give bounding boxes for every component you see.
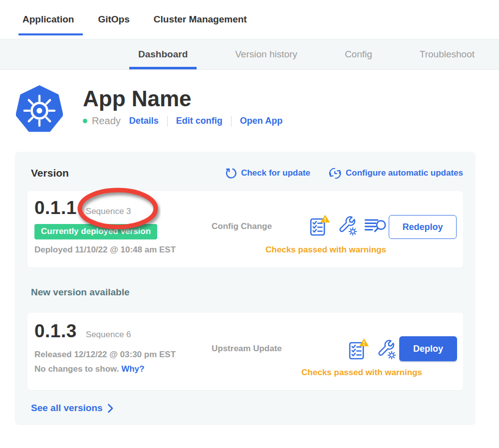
- why-link[interactable]: Why?: [121, 364, 144, 374]
- primary-nav-item-cluster-management[interactable]: Cluster Management: [154, 0, 247, 39]
- primary-nav-item-application[interactable]: Application: [22, 0, 74, 39]
- view-diff-icon[interactable]: [364, 218, 387, 233]
- tab-dashboard[interactable]: Dashboard: [138, 39, 188, 69]
- status-dot-icon: [83, 119, 87, 123]
- refresh-icon: [225, 167, 237, 180]
- no-changes-text: No changes to show.: [34, 364, 119, 374]
- current-version-sequence: Sequence 3: [86, 207, 131, 217]
- tab-version-history[interactable]: Version history: [235, 39, 297, 69]
- tab-config[interactable]: Config: [345, 39, 372, 69]
- version-panel-title: Version: [31, 167, 69, 179]
- app-status-label: Ready: [92, 115, 121, 127]
- primary-nav: Application GitOps Cluster Management: [0, 0, 499, 39]
- current-version-number: 0.1.1: [34, 198, 77, 219]
- preflight-checks-icon[interactable]: [348, 338, 370, 361]
- details-link[interactable]: Details: [129, 116, 159, 126]
- released-timestamp: Released 12/12/22 @ 03:30 pm EST: [34, 350, 176, 360]
- no-changes-note: No changes to show. Why?: [34, 364, 176, 374]
- divider: [231, 116, 232, 127]
- divider: [167, 116, 168, 127]
- open-app-link[interactable]: Open App: [240, 116, 282, 126]
- config-wrench-gear-icon[interactable]: [338, 216, 357, 235]
- preflight-checks-icon[interactable]: [309, 214, 331, 237]
- currently-deployed-badge: Currently deployed version: [34, 224, 157, 239]
- available-version-source: Upstream Update: [212, 344, 282, 354]
- available-version-number: 0.1.3: [34, 321, 77, 342]
- deploy-button[interactable]: Deploy: [399, 336, 457, 361]
- version-panel: Version Check for update: [15, 152, 476, 425]
- available-version-card: 0.1.3 Sequence 6 Released 12/12/22 @ 03:…: [27, 313, 463, 390]
- check-for-update-button[interactable]: Check for update: [225, 167, 310, 180]
- available-checks-status: Checks passed with warnings: [287, 368, 437, 378]
- app-header: App Name Ready Details Edit config Open …: [16, 85, 499, 135]
- configure-automatic-updates-label: Configure automatic updates: [346, 168, 463, 178]
- app-tab-bar: Dashboard Version history Config Trouble…: [0, 39, 499, 70]
- new-version-available-heading: New version available: [31, 287, 463, 298]
- primary-nav-item-gitops[interactable]: GitOps: [98, 0, 129, 39]
- auto-update-clock-icon: [328, 167, 342, 180]
- redeploy-button[interactable]: Redeploy: [389, 215, 457, 239]
- app-name-title: App Name: [83, 87, 282, 111]
- edit-config-link[interactable]: Edit config: [176, 116, 223, 126]
- deployed-timestamp: Deployed 11/10/22 @ 10:48 am EST: [34, 245, 176, 255]
- current-checks-status: Checks passed with warnings: [251, 245, 401, 255]
- tab-troubleshoot[interactable]: Troubleshoot: [420, 39, 475, 69]
- kubernetes-logo-icon: [16, 85, 63, 135]
- check-for-update-label: Check for update: [241, 168, 310, 178]
- available-version-sequence: Sequence 6: [86, 330, 131, 340]
- config-wrench-gear-icon[interactable]: [377, 340, 396, 359]
- configure-automatic-updates-button[interactable]: Configure automatic updates: [328, 167, 463, 180]
- see-all-versions-link[interactable]: See all versions: [31, 403, 463, 414]
- chevron-right-icon: [107, 404, 113, 413]
- current-version-card: 0.1.1 Sequence 3 Currently deployed vers…: [27, 191, 463, 267]
- see-all-versions-label: See all versions: [31, 403, 103, 414]
- current-version-source: Config Change: [212, 222, 272, 231]
